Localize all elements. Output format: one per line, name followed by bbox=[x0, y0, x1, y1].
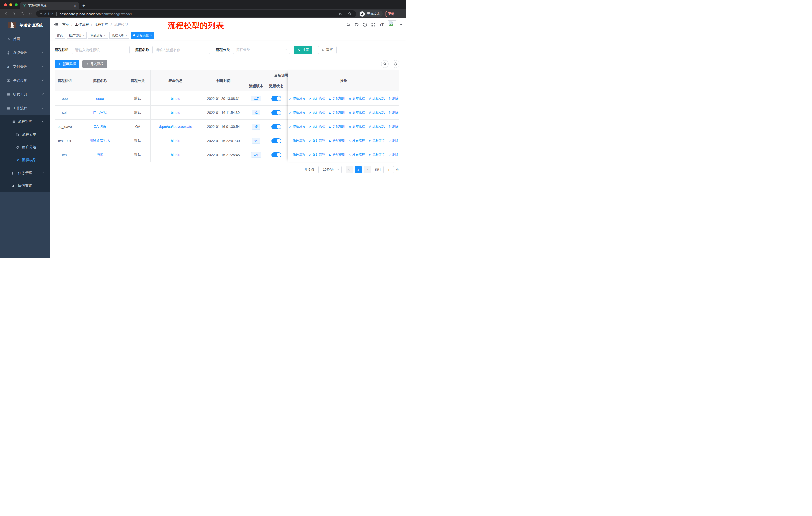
sidebar-item-task-mgmt[interactable]: 任务管理 bbox=[0, 166, 50, 180]
edit-process-link[interactable]: 修改流程 bbox=[289, 96, 305, 101]
maximize-window-button[interactable] bbox=[14, 3, 18, 6]
publish-process-link[interactable]: 发布流程 bbox=[348, 110, 365, 115]
design-process-link[interactable]: 设计流程 bbox=[309, 96, 325, 101]
browser-menu-icon[interactable]: ⋮ bbox=[397, 12, 401, 16]
process-definition-link[interactable]: 流程定义 bbox=[368, 139, 385, 143]
tag-my-process[interactable]: 我的流程× bbox=[88, 32, 108, 38]
reload-button[interactable] bbox=[19, 10, 26, 18]
sidebar-fold-icon[interactable] bbox=[54, 22, 58, 27]
process-definition-link[interactable]: 流程定义 bbox=[368, 153, 385, 157]
sidebar-item-process-form[interactable]: 流程表单 bbox=[0, 128, 50, 141]
process-name-link[interactable]: OA 请假 bbox=[94, 125, 107, 129]
tag-process-model[interactable]: 流程模型× bbox=[131, 32, 154, 38]
active-toggle[interactable] bbox=[271, 153, 282, 158]
prev-page-button[interactable] bbox=[346, 166, 353, 173]
version-tag[interactable]: v21 bbox=[251, 152, 261, 158]
edit-process-link[interactable]: 修改流程 bbox=[289, 110, 305, 115]
version-tag[interactable]: v2 bbox=[252, 110, 260, 115]
sidebar-logo[interactable]: 芋道管理系统 bbox=[0, 19, 50, 32]
process-name-link[interactable]: 滔博 bbox=[97, 153, 104, 157]
process-name-input[interactable] bbox=[152, 46, 210, 54]
search-button[interactable]: 搜索 bbox=[294, 46, 312, 54]
publish-process-link[interactable]: 发布流程 bbox=[348, 153, 365, 157]
tag-tenant[interactable]: 租户管理× bbox=[67, 32, 87, 38]
assign-rule-link[interactable]: 分配规则 bbox=[328, 139, 345, 143]
delete-link[interactable]: 删除 bbox=[388, 125, 399, 129]
active-toggle[interactable] bbox=[271, 96, 282, 101]
browser-update-button[interactable]: 更新 ⋮ bbox=[385, 10, 404, 18]
version-tag[interactable]: v5 bbox=[252, 124, 260, 130]
design-process-link[interactable]: 设计流程 bbox=[309, 153, 325, 157]
sidebar-item-dev[interactable]: 研发工具 bbox=[0, 87, 50, 101]
tag-process-form[interactable]: 流程表单× bbox=[110, 32, 129, 38]
process-key-input[interactable] bbox=[72, 46, 129, 54]
version-tag[interactable]: v17 bbox=[251, 96, 261, 101]
process-name-link[interactable]: 自己审批 bbox=[93, 110, 107, 114]
design-process-link[interactable]: 设计流程 bbox=[309, 125, 325, 129]
breadcrumb-workflow[interactable]: 工作流程 bbox=[75, 22, 89, 27]
edit-process-link[interactable]: 修改流程 bbox=[289, 139, 305, 143]
refresh-table-button[interactable] bbox=[392, 60, 400, 68]
publish-process-link[interactable]: 发布流程 bbox=[348, 139, 365, 143]
tag-home[interactable]: 首页 bbox=[55, 32, 65, 38]
delete-link[interactable]: 删除 bbox=[388, 153, 399, 157]
sidebar-item-infra[interactable]: 基础设施 bbox=[0, 74, 50, 87]
bookmark-star-icon[interactable] bbox=[346, 10, 353, 18]
sidebar-item-home[interactable]: 首页 bbox=[0, 32, 50, 46]
github-icon[interactable] bbox=[354, 22, 359, 27]
delete-link[interactable]: 删除 bbox=[388, 110, 399, 115]
design-process-link[interactable]: 设计流程 bbox=[309, 110, 325, 115]
design-process-link[interactable]: 设计流程 bbox=[309, 139, 325, 143]
search-icon[interactable] bbox=[346, 22, 351, 27]
help-icon[interactable] bbox=[363, 22, 367, 27]
process-definition-link[interactable]: 流程定义 bbox=[368, 96, 385, 101]
publish-process-link[interactable]: 发布流程 bbox=[348, 125, 365, 129]
process-name-link[interactable]: 测试多审批人 bbox=[90, 139, 111, 143]
delete-link[interactable]: 删除 bbox=[388, 139, 399, 143]
active-toggle[interactable] bbox=[271, 110, 282, 115]
show-search-button[interactable] bbox=[381, 60, 388, 68]
breadcrumb-home[interactable]: 首页 bbox=[62, 22, 69, 27]
close-icon[interactable]: × bbox=[150, 33, 152, 37]
form-link[interactable]: biubiu bbox=[171, 111, 180, 115]
home-button[interactable] bbox=[27, 10, 34, 18]
security-status[interactable]: 不安全 bbox=[39, 12, 53, 16]
close-icon[interactable]: × bbox=[83, 33, 84, 37]
close-window-button[interactable] bbox=[4, 3, 7, 6]
password-key-icon[interactable] bbox=[337, 10, 344, 18]
active-toggle[interactable] bbox=[271, 138, 282, 143]
category-select[interactable]: 流程分类 bbox=[233, 46, 290, 54]
sidebar-item-process-model[interactable]: 流程模型 bbox=[0, 154, 50, 166]
current-page-button[interactable]: 1 bbox=[355, 166, 362, 173]
page-size-select[interactable]: 10条/页 bbox=[318, 166, 342, 173]
sidebar-item-leave-query[interactable]: 请假查询 bbox=[0, 180, 50, 192]
form-link[interactable]: /bpm/oa/leave/create bbox=[159, 125, 192, 129]
sidebar-item-workflow[interactable]: 工作流程 bbox=[0, 101, 50, 115]
breadcrumb-process-mgmt[interactable]: 流程管理 bbox=[94, 22, 109, 27]
close-icon[interactable]: × bbox=[125, 33, 127, 37]
font-size-icon[interactable] bbox=[379, 22, 384, 27]
fullscreen-icon[interactable] bbox=[371, 22, 376, 27]
assign-rule-link[interactable]: 分配规则 bbox=[328, 96, 345, 101]
assign-rule-link[interactable]: 分配规则 bbox=[328, 153, 345, 157]
import-process-button[interactable]: 导入流程 bbox=[82, 60, 107, 68]
edit-process-link[interactable]: 修改流程 bbox=[289, 125, 305, 129]
address-bar[interactable]: 不安全 dashboard.yudao.iocoder.cn/bpm/manag… bbox=[36, 10, 356, 18]
version-tag[interactable]: v4 bbox=[252, 138, 260, 144]
minimize-window-button[interactable] bbox=[9, 3, 12, 6]
publish-process-link[interactable]: 发布流程 bbox=[348, 96, 365, 101]
process-name-link[interactable]: eeee bbox=[96, 97, 104, 101]
next-page-button[interactable] bbox=[364, 166, 371, 173]
assign-rule-link[interactable]: 分配规则 bbox=[328, 125, 345, 129]
assign-rule-link[interactable]: 分配规则 bbox=[328, 110, 345, 115]
tab-close-icon[interactable]: ✕ bbox=[74, 4, 76, 7]
goto-page-input[interactable] bbox=[383, 166, 394, 173]
edit-process-link[interactable]: 修改流程 bbox=[289, 153, 305, 157]
process-definition-link[interactable]: 流程定义 bbox=[368, 110, 385, 115]
browser-tab[interactable]: 芋道管理系统 ✕ bbox=[20, 2, 79, 9]
close-icon[interactable]: × bbox=[104, 33, 106, 37]
avatar[interactable] bbox=[388, 20, 396, 29]
process-definition-link[interactable]: 流程定义 bbox=[368, 125, 385, 129]
form-link[interactable]: biubiu bbox=[171, 97, 180, 101]
sidebar-item-pay[interactable]: ¥ 支付管理 bbox=[0, 60, 50, 74]
